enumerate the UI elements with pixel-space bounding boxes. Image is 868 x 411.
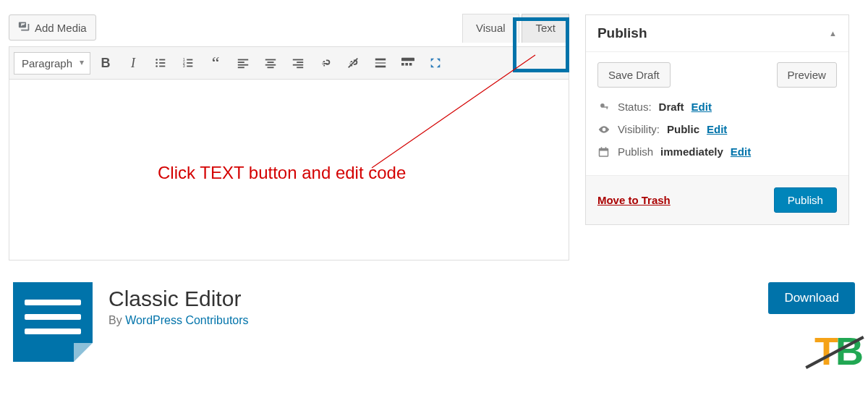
align-right-icon[interactable] (286, 51, 310, 75)
editor-toolbar: Paragraph B I 123 “ (9, 46, 569, 80)
link-icon[interactable] (313, 51, 338, 75)
svg-rect-12 (238, 59, 248, 61)
svg-rect-1 (159, 59, 165, 61)
editor-mode-tabs: Visual Text (462, 13, 569, 42)
italic-icon[interactable]: I (121, 51, 145, 75)
plugin-author-line: By WordPress Contributors (109, 314, 249, 327)
svg-rect-13 (238, 62, 244, 63)
svg-rect-16 (265, 59, 276, 61)
visibility-value: Public (667, 123, 699, 135)
svg-text:3: 3 (183, 64, 185, 68)
svg-rect-22 (293, 64, 303, 66)
save-draft-button[interactable]: Save Draft (597, 62, 671, 88)
toolbar-toggle-icon[interactable] (396, 51, 420, 75)
editor-content-area[interactable]: Click TEXT button and edit code (9, 80, 569, 260)
svg-rect-14 (238, 64, 248, 66)
svg-rect-23 (297, 67, 303, 68)
status-label: Status: (618, 101, 652, 113)
publish-button[interactable]: Publish (774, 187, 837, 213)
tab-visual[interactable]: Visual (462, 14, 519, 43)
svg-rect-29 (401, 63, 404, 66)
svg-rect-20 (293, 59, 303, 61)
svg-point-2 (156, 62, 158, 64)
svg-point-4 (156, 65, 158, 67)
svg-rect-5 (159, 66, 165, 67)
schedule-value: immediately (660, 145, 723, 158)
svg-rect-30 (405, 63, 408, 66)
format-select[interactable]: Paragraph (14, 52, 90, 75)
fullscreen-icon[interactable] (423, 51, 448, 75)
schedule-edit-link[interactable]: Edit (731, 145, 751, 158)
eye-icon (597, 124, 610, 135)
svg-rect-28 (401, 58, 414, 62)
visibility-label: Visibility: (618, 123, 660, 135)
publish-metabox: Publish ▲ Save Draft Preview Status: Dra… (585, 14, 849, 225)
plugin-icon (13, 282, 93, 362)
svg-rect-3 (159, 62, 165, 64)
svg-point-0 (156, 59, 158, 61)
svg-rect-25 (375, 59, 386, 61)
svg-rect-21 (297, 62, 303, 63)
svg-rect-9 (187, 62, 192, 64)
svg-rect-11 (187, 66, 192, 67)
by-prefix: By (109, 314, 125, 326)
svg-rect-18 (265, 64, 276, 66)
status-value: Draft (659, 101, 684, 113)
metabox-toggle-icon[interactable]: ▲ (829, 29, 837, 38)
plugin-name: Classic Editor (109, 287, 249, 311)
visibility-edit-link[interactable]: Edit (707, 123, 727, 135)
align-center-icon[interactable] (258, 51, 283, 75)
svg-rect-39 (605, 147, 607, 150)
download-button[interactable]: Download (768, 282, 855, 314)
calendar-icon (597, 146, 610, 158)
blockquote-icon[interactable]: “ (203, 51, 228, 75)
svg-rect-27 (375, 66, 386, 68)
insert-more-icon[interactable] (368, 51, 393, 75)
status-edit-link[interactable]: Edit (692, 101, 712, 113)
plugin-author-link[interactable]: WordPress Contributors (125, 314, 248, 326)
key-icon (597, 101, 610, 113)
svg-rect-31 (409, 63, 412, 66)
add-media-button[interactable]: Add Media (9, 14, 96, 41)
move-to-trash-link[interactable]: Move to Trash (597, 194, 671, 206)
svg-rect-19 (268, 67, 274, 68)
watermark-logo: TB (814, 329, 861, 370)
svg-rect-17 (268, 62, 274, 63)
schedule-label: Publish (618, 145, 653, 158)
preview-button[interactable]: Preview (777, 62, 837, 88)
bullet-list-icon[interactable] (148, 51, 173, 75)
align-left-icon[interactable] (231, 51, 255, 75)
svg-rect-15 (238, 67, 244, 68)
add-media-label: Add Media (35, 22, 87, 34)
numbered-list-icon[interactable]: 123 (176, 51, 200, 75)
svg-rect-7 (187, 59, 192, 61)
unlink-icon[interactable] (341, 51, 365, 75)
tab-text[interactable]: Text (522, 14, 569, 43)
svg-rect-38 (601, 147, 603, 150)
media-icon (18, 20, 30, 35)
annotation-text: Click TEXT button and edit code (158, 163, 406, 183)
bold-icon[interactable]: B (93, 51, 118, 75)
svg-rect-37 (600, 148, 608, 151)
publish-title: Publish (597, 25, 647, 41)
svg-rect-26 (375, 62, 386, 64)
svg-rect-35 (606, 106, 607, 109)
